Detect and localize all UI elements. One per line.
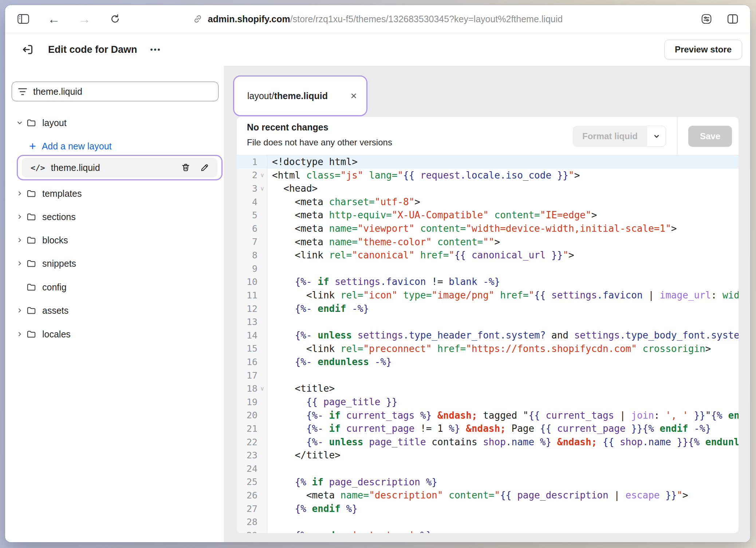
add-layout-button[interactable]: + Add a new layout	[5, 137, 214, 155]
code-line[interactable]	[272, 262, 739, 275]
sidebar-item-locales[interactable]: locales	[5, 325, 214, 343]
code-line[interactable]: <meta name="theme-color" content="">	[272, 235, 739, 249]
sidebar-item-sections[interactable]: sections	[5, 208, 214, 226]
search-input[interactable]	[32, 86, 218, 97]
sidebar-item-label: config	[42, 282, 67, 293]
rename-file-icon[interactable]	[200, 163, 209, 172]
line-number: 15	[247, 343, 257, 354]
sidebar-item-snippets[interactable]: snippets	[5, 255, 214, 272]
code-content[interactable]: <!doctype html><html class="js" lang="{{…	[267, 155, 739, 533]
preview-store-button[interactable]: Preview store	[664, 40, 742, 59]
sidebar-item-blocks[interactable]: blocks	[5, 231, 214, 249]
code-line[interactable]: <meta charset="utf-8">	[272, 195, 739, 209]
chevron-right-icon[interactable]	[15, 236, 25, 244]
sidebar-item-layout[interactable]: layout	[5, 114, 214, 132]
code-line[interactable]	[272, 515, 739, 529]
sidebar-item-config[interactable]: config	[5, 278, 214, 296]
code-line[interactable]	[272, 315, 739, 329]
editor-panel-header: No recent changes File does not have any…	[237, 117, 739, 155]
gutter-line: 27	[237, 502, 267, 516]
code-line[interactable]: <html class="js" lang="{{ request.locale…	[272, 169, 739, 182]
code-line[interactable]: {% render 'meta-tags' %}	[272, 529, 739, 533]
code-line[interactable]: <head>	[272, 182, 739, 195]
save-button[interactable]: Save	[688, 126, 732, 147]
code-editor[interactable]: 12∨3∨456789101112131415161718∨1920212223…	[237, 155, 739, 533]
sidebar-item-label: locales	[42, 329, 71, 340]
gutter-line: 16	[237, 355, 267, 369]
code-line[interactable]: <meta name="viewport" content="width=dev…	[272, 222, 739, 235]
code-line[interactable]: {{ page_title }}	[272, 395, 739, 409]
fold-chevron-icon[interactable]: ∨	[257, 185, 267, 192]
folder-icon	[26, 118, 36, 128]
line-number: 23	[247, 450, 257, 461]
gutter-line: 11	[237, 289, 267, 302]
fold-chevron-icon[interactable]: ∨	[257, 385, 267, 392]
file-search-box[interactable]	[12, 82, 218, 101]
code-line[interactable]: <!doctype html>	[267, 155, 739, 169]
tab-path-prefix: layout/	[247, 91, 274, 101]
chevron-right-icon[interactable]	[15, 213, 25, 220]
selected-file-highlight: </> theme.liquid	[17, 155, 223, 180]
sidebar-item-assets[interactable]: assets	[5, 302, 214, 319]
more-actions-button[interactable]: •••	[150, 46, 161, 54]
code-line[interactable]: {%- unless page_title contains shop.name…	[272, 435, 739, 449]
sidebar-item-theme-liquid[interactable]: </> theme.liquid	[22, 158, 217, 177]
close-tab-icon[interactable]: ×	[350, 90, 357, 101]
editor-panel: No recent changes File does not have any…	[237, 117, 739, 533]
format-options-dropdown[interactable]	[647, 126, 666, 147]
chevron-right-icon[interactable]	[15, 260, 25, 267]
sidebar-item-templates[interactable]: templates	[5, 185, 214, 202]
split-view-icon[interactable]	[725, 11, 741, 27]
format-liquid-label[interactable]: Format liquid	[573, 126, 647, 147]
exit-code-editor-icon[interactable]	[20, 42, 36, 58]
header-divider	[677, 117, 677, 155]
line-number: 3	[252, 183, 257, 194]
address-bar[interactable]: admin.shopify.com/store/rzq1xu-f5/themes…	[5, 5, 750, 33]
chevron-right-icon[interactable]	[15, 190, 25, 197]
line-number: 11	[247, 290, 257, 301]
code-line[interactable]: {% endif %}	[272, 502, 739, 516]
code-line[interactable]: <link rel="canonical" href="{{ canonical…	[272, 248, 739, 262]
sidebar-item-label: assets	[42, 305, 68, 316]
code-line[interactable]: </title>	[272, 449, 739, 462]
sidebar-item-label: blocks	[42, 235, 68, 246]
code-line[interactable]: {%- endunless -%}	[272, 355, 739, 369]
gutter-line: 19	[237, 395, 267, 409]
gutter-line: 20	[237, 409, 267, 422]
tab-theme-liquid[interactable]: layout/theme.liquid ×	[233, 75, 367, 116]
folder-icon	[26, 305, 36, 316]
status-title: No recent changes	[247, 122, 328, 133]
code-line[interactable]: <meta name="description" content="{{ pag…	[272, 489, 739, 502]
code-line[interactable]: {%- if current_page != 1 %} &ndash; Page…	[272, 422, 739, 435]
code-line[interactable]: <title>	[272, 382, 739, 395]
chevron-right-icon[interactable]	[15, 307, 25, 314]
code-line[interactable]: {%- if current_tags %} &ndash; tagged "{…	[272, 409, 739, 422]
page-settings-icon[interactable]	[698, 11, 714, 27]
delete-file-icon[interactable]	[181, 163, 190, 172]
code-line[interactable]: {%- unless settings.type_header_font.sys…	[272, 329, 739, 342]
code-line[interactable]	[272, 462, 739, 475]
chevron-down-icon[interactable]	[15, 119, 25, 127]
gutter-line: 22	[237, 435, 267, 449]
fold-chevron-icon[interactable]: ∨	[257, 172, 267, 179]
chevron-right-icon[interactable]	[15, 330, 25, 338]
line-number: 14	[247, 330, 257, 341]
line-number: 18	[247, 383, 257, 394]
gutter-line: 12	[237, 302, 267, 316]
line-number: 28	[247, 517, 257, 527]
code-line[interactable]: {%- if settings.favicon != blank -%}	[272, 275, 739, 289]
line-number-gutter: 12∨3∨456789101112131415161718∨1920212223…	[237, 155, 267, 533]
gutter-line: 23	[237, 449, 267, 462]
sidebar-item-label: sections	[42, 212, 76, 222]
code-line[interactable]: <link rel="icon" type="image/png" href="…	[272, 289, 739, 302]
folder-icon	[26, 282, 36, 292]
code-line[interactable]: {% if page_description %}	[272, 475, 739, 489]
code-line[interactable]: <meta http-equiv="X-UA-Compatible" conte…	[272, 208, 739, 222]
code-line[interactable]: <link rel="preconnect" href="https://fon…	[272, 342, 739, 356]
gutter-line: 13	[237, 315, 267, 329]
gutter-line: 21	[237, 422, 267, 435]
format-liquid-button[interactable]: Format liquid	[573, 126, 666, 147]
code-line[interactable]	[272, 369, 739, 382]
gutter-line: 28	[237, 515, 267, 529]
code-line[interactable]: {%- endif -%}	[272, 302, 739, 316]
